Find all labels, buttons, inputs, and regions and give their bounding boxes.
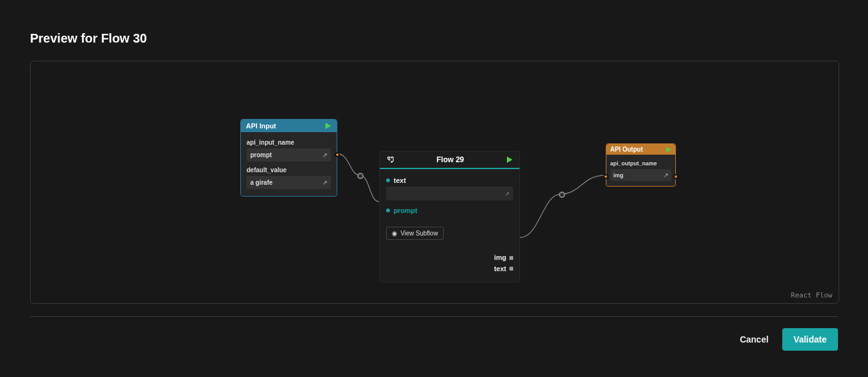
port-handle-icon [509, 256, 513, 260]
field-label-default-value: default_value [247, 167, 331, 173]
external-link-icon[interactable]: ↗ [322, 179, 327, 186]
node-title: API Output [610, 146, 643, 153]
text-input[interactable]: ↗ [386, 187, 513, 200]
node-api-input[interactable]: API Input api_input_name prompt ↗ defaul… [240, 119, 337, 197]
output-port[interactable] [335, 152, 340, 157]
node-title: Flow 29 [436, 155, 464, 164]
node-header[interactable]: Flow 29 [380, 152, 519, 169]
field-value: a girafe [250, 179, 273, 186]
play-icon[interactable] [665, 147, 671, 153]
output-port-img[interactable]: img [386, 252, 513, 264]
field-label-api-input-name: api_input_name [247, 139, 331, 146]
node-title: API Input [246, 122, 276, 130]
node-flow-29[interactable]: Flow 29 text ↗ prompt ◉ [379, 151, 520, 282]
port-dot-icon [386, 178, 390, 182]
input-port-text[interactable]: text [386, 177, 513, 184]
edge-handle[interactable] [357, 173, 364, 179]
canvas-attribution: React Flow [791, 291, 832, 299]
field-input-api-output-name[interactable]: img ↗ [610, 169, 671, 181]
input-port[interactable] [603, 174, 608, 179]
eye-icon: ◉ [392, 230, 397, 237]
port-dot-icon [386, 209, 390, 212]
node-api-output[interactable]: API Output api_output_name img ↗ [606, 143, 676, 187]
field-label-api-output-name: api_output_name [610, 160, 671, 167]
field-value: prompt [250, 152, 272, 158]
port-label: text [494, 264, 506, 275]
output-port-text[interactable]: text [386, 264, 513, 275]
flow-icon [386, 155, 395, 164]
node-header[interactable]: API Input [241, 120, 337, 132]
cancel-button[interactable]: Cancel [740, 334, 768, 344]
external-link-icon[interactable]: ↗ [663, 172, 668, 178]
port-handle-icon [509, 267, 513, 271]
port-label-prompt: prompt [394, 207, 417, 214]
input-port-prompt[interactable]: prompt [386, 207, 513, 214]
view-subflow-button[interactable]: ◉ View Subflow [386, 227, 444, 240]
play-icon[interactable] [506, 156, 513, 163]
node-header[interactable]: API Output [606, 144, 675, 155]
external-link-icon[interactable]: ↗ [322, 152, 327, 158]
field-input-api-input-name[interactable]: prompt ↗ [247, 148, 331, 162]
play-icon[interactable] [324, 122, 332, 130]
view-subflow-label: View Subflow [401, 230, 438, 237]
flow-canvas[interactable]: API Input api_input_name prompt ↗ defaul… [30, 61, 839, 304]
edge-handle[interactable] [559, 192, 565, 198]
footer: Cancel Validate [30, 316, 838, 351]
port-label: img [494, 252, 506, 264]
output-port[interactable] [673, 174, 678, 179]
page-title: Preview for Flow 30 [30, 31, 838, 46]
port-label: text [394, 177, 406, 184]
field-value: img [613, 172, 623, 178]
external-link-icon[interactable]: ↗ [504, 190, 509, 197]
validate-button[interactable]: Validate [782, 328, 838, 351]
field-input-default-value[interactable]: a girafe ↗ [247, 176, 331, 189]
